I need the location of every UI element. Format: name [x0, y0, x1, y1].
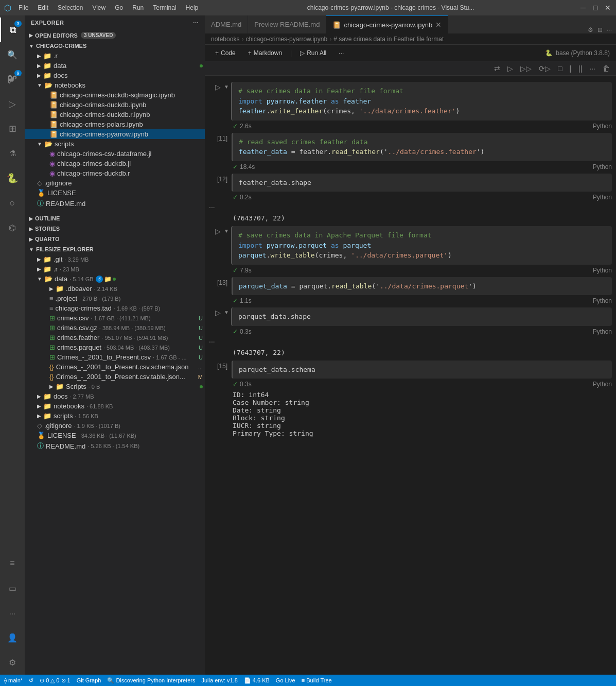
menu-file[interactable]: File — [14, 3, 32, 12]
fs-crimes-full-csv[interactable]: ⊞ Crimes_-_2001_to_Present.csv · 1.67 GB… — [25, 352, 205, 362]
tree-item-data[interactable]: ▶ 📁 data — [25, 61, 205, 71]
tab-pyarrow[interactable]: 📔 chicago-crimes-pyarrow.ipynb ✕ — [326, 15, 448, 33]
activity-testing[interactable]: ⚗ — [0, 141, 25, 166]
fs-project[interactable]: ≡ .project · 270 B · (179 B) — [25, 294, 205, 303]
tree-item-nb2[interactable]: 📔 chicago-crimes-duckdb.ipynb — [25, 100, 205, 110]
section-open-editors[interactable]: ▶ OPEN EDITORS 3 unsaved — [25, 30, 205, 41]
tab-close-button[interactable]: ✕ — [435, 21, 442, 29]
fs-dbeaver[interactable]: ▶ 📁 .dbeaver · 2.14 KB — [25, 284, 205, 294]
run-cell-button[interactable]: ▷ — [213, 82, 223, 92]
status-git-graph[interactable]: Git Graph — [77, 677, 101, 683]
activity-search[interactable]: 🔍 — [0, 42, 25, 67]
activity-extensions[interactable]: ⊞ — [0, 116, 25, 141]
tree-item-nb5[interactable]: 📔 chicago-crimes-pyarrow.ipynb — [25, 129, 205, 139]
section-quarto[interactable]: ▶ QUARTO — [25, 234, 205, 244]
tree-item-scripts[interactable]: ▼ 📂 scripts — [25, 139, 205, 149]
status-sync[interactable]: ↺ — [29, 677, 33, 684]
run-above-button[interactable]: ▷▷ — [518, 63, 534, 74]
section-filesize[interactable]: ▼ FILESIZE EXPLORER — [25, 244, 205, 254]
maximize-button[interactable]: □ — [591, 4, 600, 12]
status-filesize[interactable]: 📄 4.6 KB — [244, 677, 270, 684]
tree-item-r[interactable]: ▶ 📁 .r — [25, 51, 205, 61]
fs-crimes-parquet[interactable]: ⊞ crimes.parquet · 503.04 MB · (403.37 M… — [25, 342, 205, 352]
status-errors[interactable]: ⊙ 0 △ 0 ⊙ 1 — [40, 677, 71, 684]
activity-layout[interactable]: ▭ — [0, 576, 25, 601]
status-buildtree[interactable]: ≡ Build Tree — [302, 677, 332, 683]
run-button[interactable]: ▷ — [505, 63, 515, 74]
notebook-content[interactable]: ▷ ▼ # save crimes data in Feather file f… — [205, 76, 616, 675]
run-cell-button[interactable]: ▷ — [213, 307, 223, 318]
stop-button[interactable]: □ — [556, 63, 564, 74]
menu-edit[interactable]: Edit — [33, 3, 52, 12]
fs-scripts[interactable]: ▶ 📁 Scripts · 0 B — [25, 382, 205, 391]
activity-workspace[interactable]: ··· — [0, 601, 25, 625]
restart-run-button[interactable]: ⟳▷ — [537, 63, 553, 74]
breadcrumb-notebooks[interactable]: notebooks — [211, 36, 239, 43]
add-code-button[interactable]: + Code — [211, 48, 240, 58]
section-stories[interactable]: ▶ STORIES — [25, 224, 205, 234]
output-dots[interactable]: ··· — [205, 202, 616, 212]
variables-button[interactable]: ⇄ — [492, 63, 502, 74]
activity-account[interactable]: 👤 — [0, 625, 25, 650]
fs-crimes-csvgz[interactable]: ⊞ crimes.csv.gz · 388.94 MB · (380.59 MB… — [25, 323, 205, 333]
more-cell-button[interactable]: ··· — [587, 63, 597, 74]
split-icon[interactable]: ⊟ — [597, 26, 603, 33]
expand-icon[interactable]: ▼ — [224, 82, 229, 90]
activity-settings[interactable]: ⚙ — [0, 650, 25, 675]
fs-crimes-csv[interactable]: ⊞ crimes.csv · 1.67 GB · (411.21 MB) U — [25, 313, 205, 323]
menu-help[interactable]: Help — [182, 3, 203, 12]
menu-run[interactable]: Run — [128, 3, 148, 12]
fs-readme[interactable]: ⓘ README.md · 5.26 KB · (1.54 KB) — [25, 440, 205, 452]
section-chicago-crimes[interactable]: ▼ CHICAGO-CRIMES — [25, 41, 205, 51]
activity-explorer[interactable]: ⧉ 3 — [0, 18, 25, 42]
tree-item-nb1[interactable]: 📔 chicago-crimes-duckdb-sqlmagic.ipynb — [25, 90, 205, 100]
fs-crimes-schema[interactable]: {} Crimes_-_2001_to_Present.csv.schema.j… — [25, 362, 205, 372]
sidebar-scroll[interactable]: ▶ OPEN EDITORS 3 unsaved ▼ CHICAGO-CRIME… — [25, 30, 205, 675]
more-actions-button[interactable]: ··· — [335, 48, 348, 58]
tree-item-nb3[interactable]: 📔 chicago-crimes-duckdb.r.ipynb — [25, 110, 205, 119]
menu-go[interactable]: Go — [111, 3, 127, 12]
fs-notebooks[interactable]: ▶ 📁 notebooks · 61.88 KB — [25, 401, 205, 411]
freeze-button[interactable]: || — [576, 63, 584, 74]
activity-jupyter[interactable]: ○ — [0, 191, 25, 215]
run-all-button[interactable]: ▷ Run All — [296, 48, 330, 58]
breadcrumb-section[interactable]: # save crimes data in Feather file forma… — [333, 36, 444, 43]
fs-r[interactable]: ▶ 📁 .r · 23 MB — [25, 264, 205, 274]
delete-cell-button[interactable]: 🗑 — [601, 63, 612, 74]
fs-docs[interactable]: ▶ 📁 docs · 2.77 MB — [25, 391, 205, 401]
fs-data[interactable]: ▼ 📂 data · 5.14 GB ↺ 📁 — [25, 274, 205, 284]
fs-gitignore[interactable]: ◇ .gitignore · 1.9 KB · (1017 B) — [25, 421, 205, 431]
fs-license[interactable]: 🏅 LICENSE · 34.36 KB · (11.67 KB) — [25, 431, 205, 440]
expand-icon[interactable]: ▼ — [224, 226, 229, 234]
status-golive[interactable]: Go Live — [276, 677, 295, 683]
fs-scripts2[interactable]: ▶ 📁 scripts · 1.56 KB — [25, 411, 205, 421]
new-file-icon[interactable]: ··· — [193, 20, 199, 26]
status-julia[interactable]: Julia env: v1.8 — [201, 677, 237, 683]
activity-source-control[interactable]: 9 — [0, 67, 25, 92]
tree-item-notebooks[interactable]: ▼ 📂 notebooks — [25, 80, 205, 90]
activity-timeline[interactable]: ≡ — [0, 551, 25, 576]
activity-python[interactable]: 🐍 — [0, 166, 25, 191]
tree-item-license[interactable]: 🏅 LICENSE — [25, 188, 205, 198]
expand-icon[interactable]: ▼ — [224, 307, 229, 315]
output-dots[interactable]: ··· — [205, 336, 616, 347]
tree-item-readme[interactable]: ⓘ README.md — [25, 198, 205, 209]
close-button[interactable]: ✕ — [604, 4, 612, 12]
menu-view[interactable]: View — [88, 3, 110, 12]
section-outline[interactable]: ▶ OUTLINE — [25, 213, 205, 224]
breadcrumb-file[interactable]: chicago-crimes-pyarrow.ipynb — [245, 36, 327, 43]
minimize-button[interactable]: ─ — [579, 4, 587, 12]
fs-git[interactable]: ▶ 📁 .git · 3.29 MB — [25, 254, 205, 264]
menu-terminal[interactable]: Terminal — [149, 3, 180, 12]
tree-item-gitignore[interactable]: ◇ .gitignore — [25, 178, 205, 188]
tree-item-jl3[interactable]: ◉ chicago-crimes-duckdb.r — [25, 168, 205, 178]
activity-run[interactable]: ▷ — [0, 92, 25, 116]
status-branch[interactable]: ⟠ main* — [4, 677, 23, 684]
tab-adme[interactable]: ADME.md — [205, 15, 248, 33]
fs-crimes-feather[interactable]: ⊞ crimes.feather · 951.07 MB · (594.91 M… — [25, 333, 205, 342]
fs-tad[interactable]: ≡ chicago-crimes.tad · 1.69 KB · (597 B) — [25, 303, 205, 313]
tree-item-jl1[interactable]: ◉ chicago-crimes-csv-dataframe.jl — [25, 149, 205, 159]
run-cell-button[interactable]: ▷ — [213, 226, 223, 236]
tab-preview-readme[interactable]: Preview README.md — [248, 15, 326, 33]
tree-item-docs[interactable]: ▶ 📁 docs — [25, 71, 205, 80]
